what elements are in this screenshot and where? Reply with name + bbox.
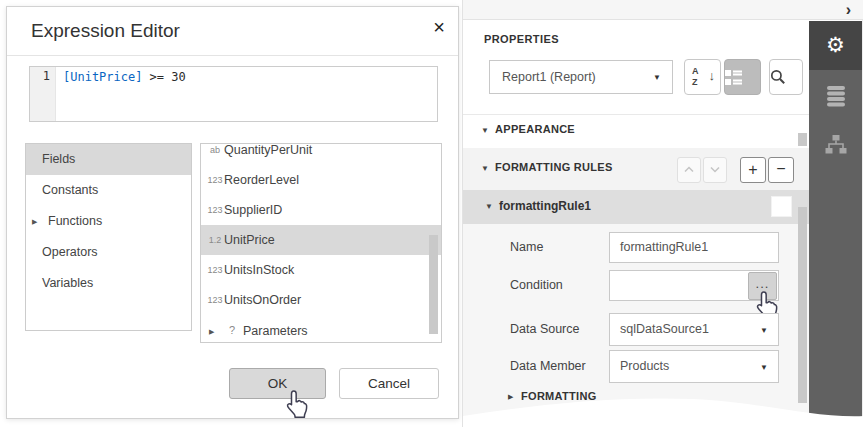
- category-item-variables[interactable]: Variables: [26, 268, 191, 299]
- search-button[interactable]: [769, 59, 803, 95]
- expand-icon: ▶: [209, 317, 225, 343]
- panel-scrollbar-segment[interactable]: [798, 133, 807, 146]
- category-list: Fields Constants ▶Functions Operators Va…: [25, 143, 192, 331]
- category-view-icon: [725, 70, 742, 85]
- category-item-functions[interactable]: ▶Functions: [26, 206, 191, 237]
- sort-az-button[interactable]: AZ ↓: [684, 59, 721, 95]
- decimal-type-icon: 1.2: [206, 225, 224, 255]
- condition-input[interactable]: ...: [609, 270, 779, 301]
- field-list-scrollbar[interactable]: [429, 235, 438, 334]
- data-member-value: Products: [610, 351, 778, 382]
- category-view-button[interactable]: [724, 59, 761, 95]
- expression-text: [UnitPrice]>= 30: [63, 70, 186, 84]
- field-item-unitprice[interactable]: 1.2UnitPrice: [201, 225, 441, 255]
- field-list: abQuantityPerUnit 123ReorderLevel 123Sup…: [200, 143, 442, 343]
- field-token: [UnitPrice]: [63, 70, 142, 84]
- chevron-down-icon: [710, 166, 720, 173]
- screenshot-wave-cut: [463, 385, 863, 427]
- chevron-down-icon: ▼: [653, 73, 661, 82]
- text-type-icon: ab: [206, 143, 224, 165]
- cancel-button[interactable]: Cancel: [339, 368, 439, 399]
- properties-panel: › PROPERTIES Report1 (Report) ▼ AZ ↓ ▼ A…: [462, 0, 863, 427]
- divider: [463, 114, 809, 115]
- condition-label: Condition: [510, 278, 563, 292]
- chevron-down-icon: ▼: [760, 363, 768, 372]
- category-item-constants[interactable]: Constants: [26, 175, 191, 206]
- search-icon: [770, 69, 786, 85]
- chevron-up-icon: [684, 166, 694, 173]
- collapse-panel-chevron-icon[interactable]: ›: [846, 1, 851, 19]
- section-appearance[interactable]: APPEARANCE: [495, 123, 575, 135]
- tab-field-list[interactable]: [809, 73, 862, 122]
- parameter-type-icon: ?: [225, 315, 239, 343]
- move-rule-up-button[interactable]: [677, 157, 701, 183]
- integer-type-icon: 123: [206, 195, 224, 225]
- dialog-titlebar: Expression Editor ×: [7, 7, 458, 56]
- operator-tokens: >= 30: [149, 70, 185, 84]
- add-rule-button[interactable]: +: [740, 157, 766, 183]
- field-item-parameters[interactable]: ▶?Parameters: [201, 315, 441, 343]
- condition-ellipsis-button[interactable]: ...: [748, 272, 777, 300]
- section-formatting-rules[interactable]: FORMATTING RULES: [495, 161, 613, 173]
- data-source-label: Data Source: [510, 322, 579, 336]
- collapse-icon: ▼: [485, 202, 493, 211]
- sort-az-icon: AZ: [692, 66, 699, 88]
- dialog-title: Expression Editor: [31, 20, 180, 42]
- name-input[interactable]: formattingRule1: [609, 232, 779, 263]
- expression-editor-dialog: Expression Editor × 1 [UnitPrice]>= 30 F…: [6, 6, 459, 419]
- gear-icon: ⚙: [826, 33, 845, 56]
- integer-type-icon: 123: [206, 165, 224, 195]
- field-item-reorderlevel[interactable]: 123ReorderLevel: [201, 165, 441, 195]
- properties-header: PROPERTIES: [484, 33, 559, 45]
- expand-icon: ▶: [32, 206, 48, 237]
- tab-properties[interactable]: ⚙: [809, 21, 862, 70]
- name-label: Name: [510, 240, 543, 254]
- data-source-select[interactable]: sqlDataSource1 ▼: [609, 313, 779, 346]
- formatting-rule-title: formattingRule1: [499, 199, 591, 213]
- expression-code-editor[interactable]: 1 [UnitPrice]>= 30: [29, 66, 438, 122]
- category-item-fields[interactable]: Fields: [26, 144, 191, 175]
- designer-sidebar: ⚙: [809, 21, 862, 427]
- chevron-down-icon: ▼: [760, 326, 768, 335]
- collapse-icon: ▼: [481, 164, 489, 173]
- field-item-supplierid[interactable]: 123SupplierID: [201, 195, 441, 225]
- category-item-operators[interactable]: Operators: [26, 237, 191, 268]
- tab-report-explorer[interactable]: [809, 121, 862, 170]
- database-icon: [826, 86, 846, 108]
- data-source-value: sqlDataSource1: [610, 314, 778, 345]
- ok-button[interactable]: OK: [229, 368, 326, 399]
- field-item-quantityperunit[interactable]: abQuantityPerUnit: [201, 143, 441, 165]
- panel-scrollbar[interactable]: [798, 207, 807, 403]
- line-number: 1: [30, 67, 56, 83]
- report-selector[interactable]: Report1 (Report) ▼: [489, 60, 673, 94]
- field-item-unitsonorder[interactable]: 123UnitsOnOrder: [201, 285, 441, 315]
- panel-top-strip: ›: [463, 0, 863, 20]
- close-icon[interactable]: ×: [433, 17, 445, 37]
- integer-type-icon: 123: [206, 285, 224, 315]
- move-rule-down-button[interactable]: [703, 157, 727, 183]
- integer-type-icon: 123: [206, 255, 224, 285]
- remove-rule-button[interactable]: −: [768, 157, 794, 183]
- collapse-icon: ▼: [481, 126, 489, 135]
- code-gutter: 1: [30, 67, 56, 121]
- data-member-label: Data Member: [510, 359, 586, 373]
- rule-select-checkbox[interactable]: [771, 196, 792, 217]
- sitemap-icon: [825, 135, 847, 154]
- data-member-select[interactable]: Products ▼: [609, 350, 779, 383]
- field-item-unitsinstock[interactable]: 123UnitsInStock: [201, 255, 441, 285]
- report-selector-value: Report1 (Report): [502, 61, 596, 93]
- name-value: formattingRule1: [610, 233, 778, 262]
